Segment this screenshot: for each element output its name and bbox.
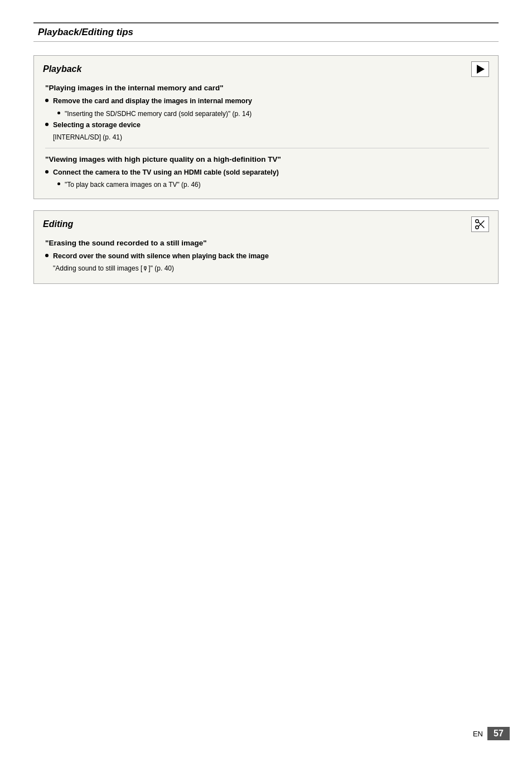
playback-section-title: Playback xyxy=(43,64,81,74)
playback-sub-bullet2-text: "To play back camera images on a TV" (p.… xyxy=(65,180,201,190)
footer-lang: EN xyxy=(473,730,483,738)
playback-sub-bullet1-text: "Inserting the SD/SDHC memory card (sold… xyxy=(65,109,252,119)
playback-bullet1: Remove the card and display the images i… xyxy=(45,97,489,107)
editing-tip1-heading: "Erasing the sound recorded to a still i… xyxy=(45,239,489,247)
playback-bullet2-text: Selecting a storage device xyxy=(53,120,141,131)
playback-bullet2-reference: [INTERNAL/SD] (p. 41) xyxy=(53,133,489,141)
page-title: Playback/Editing tips xyxy=(38,27,133,37)
svg-marker-0 xyxy=(477,65,485,74)
playback-tip2-heading: "Viewing images with high picture qualit… xyxy=(45,155,489,163)
playback-bullet1-text: Remove the card and display the images i… xyxy=(53,97,252,107)
bullet-dot-3 xyxy=(45,170,49,173)
playback-icon-box xyxy=(471,61,489,77)
playback-bullet3: Connect the camera to the TV using an HD… xyxy=(45,168,489,178)
editing-section-title: Editing xyxy=(43,219,73,229)
svg-line-3 xyxy=(478,222,485,228)
page-footer: EN 57 xyxy=(473,727,510,740)
playback-section: Playback "Playing images in the internal… xyxy=(33,55,499,199)
sub-bullet-dot-1 xyxy=(57,112,60,114)
playback-section-header: Playback xyxy=(43,61,489,77)
editing-section-header: Editing xyxy=(43,216,489,232)
playback-sub-bullet1: "Inserting the SD/SDHC memory card (sold… xyxy=(57,109,489,119)
editing-icon-box xyxy=(471,216,489,232)
editing-content: "Erasing the sound recorded to a still i… xyxy=(43,239,489,272)
playback-sub-bullet2: "To play back camera images on a TV" (p.… xyxy=(57,180,489,190)
editing-bullet1-text: Record over the sound with silence when … xyxy=(53,252,269,262)
play-icon xyxy=(475,64,485,74)
svg-line-4 xyxy=(478,221,485,227)
bullet-dot-1 xyxy=(45,99,49,102)
editing-section: Editing "Erasing the sound recorded to a… xyxy=(33,210,499,284)
microphone-icon: 🎙 xyxy=(142,265,148,272)
bullet-dot-2 xyxy=(45,123,49,126)
page-container: Playback/Editing tips Playback "Playing … xyxy=(0,0,532,757)
playback-bullet2: Selecting a storage device xyxy=(45,120,489,131)
editing-reference: "Adding sound to still images [🎙]" (p. 4… xyxy=(53,264,489,272)
page-title-bar: Playback/Editing tips xyxy=(33,22,499,42)
bullet-dot-4 xyxy=(45,254,49,257)
section-divider-1 xyxy=(45,148,489,148)
editing-bullet1: Record over the sound with silence when … xyxy=(45,252,489,262)
scissors-icon xyxy=(474,218,486,230)
playback-content: "Playing images in the internal memory a… xyxy=(43,84,489,190)
playback-bullet3-text: Connect the camera to the TV using an HD… xyxy=(53,168,279,178)
page-number: 57 xyxy=(487,727,510,740)
playback-tip1-heading: "Playing images in the internal memory a… xyxy=(45,84,489,92)
sub-bullet-dot-2 xyxy=(57,182,60,185)
